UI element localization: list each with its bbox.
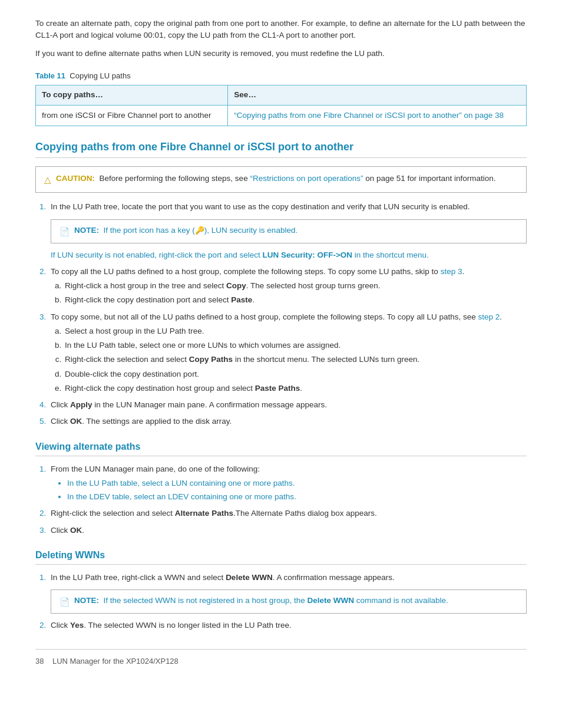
delete-wwn-term: Delete WWN <box>226 573 273 582</box>
section3-step-2-text: Click Yes. The selected WWN is no longer… <box>51 621 292 630</box>
step-3c: Right-click the selection and select Cop… <box>64 354 527 365</box>
caution-text: CAUTION: Before performing the following… <box>56 173 496 185</box>
copy-paths-term: Copy Paths <box>189 355 233 364</box>
caution-box: △ CAUTION: Before performing the followi… <box>35 166 527 193</box>
table-title: Copying LU paths <box>70 71 130 80</box>
step-3: To copy some, but not all of the LU path… <box>48 311 527 395</box>
col2-header: See… <box>228 85 527 105</box>
alternate-paths-term: Alternate Paths <box>175 509 233 518</box>
footer-text: LUN Manager for the XP1024/XP128 <box>52 657 178 666</box>
step-5-text: Click OK. The settings are applied to th… <box>51 417 232 426</box>
ok-term-2: OK <box>70 526 82 535</box>
section2-step-3: Click OK. <box>48 525 527 536</box>
step3-link[interactable]: step 3 <box>441 267 462 276</box>
step-2: To copy all the LU paths defined to a ho… <box>48 266 527 307</box>
step-4-text: Click Apply in the LUN Manager main pane… <box>51 400 327 409</box>
yes-term: Yes <box>70 621 84 630</box>
note-icon-2: 📄 <box>59 596 70 608</box>
apply-term: Apply <box>70 400 92 409</box>
step-3-substeps: Select a host group in the LU Path tree.… <box>64 325 527 394</box>
table-label: Table 11 Copying LU paths <box>35 70 527 82</box>
note-icon-1: 📄 <box>59 226 70 238</box>
footer: 38 LUN Manager for the XP1024/XP128 <box>35 649 527 667</box>
table-number: Table 11 <box>35 71 65 80</box>
paste-term: Paste <box>231 295 252 304</box>
key-icon: 🔑 <box>195 225 204 236</box>
delete-wwn-term-2: Delete WWN <box>307 596 354 605</box>
section2-step-2-text: Right-click the selection and select Alt… <box>51 509 377 518</box>
step-1-text: In the LU Path tree, locate the port tha… <box>51 202 470 211</box>
intro-para1: To create an alternate path, copy the or… <box>35 18 527 42</box>
caution-icon: △ <box>44 173 51 187</box>
step-2a: Right-click a host group in the tree and… <box>64 280 527 292</box>
step-4: Click Apply in the LUN Manager main pane… <box>48 399 527 411</box>
paste-paths-term: Paste Paths <box>255 384 300 393</box>
step-3b: In the LU Path table, select one or more… <box>64 340 527 351</box>
step-2-substeps: Right-click a host group in the tree and… <box>64 280 527 307</box>
section3-step-1-text: In the LU Path tree, right-click a WWN a… <box>51 573 395 582</box>
ok-term-1: OK <box>70 417 82 426</box>
copy-term: Copy <box>226 281 246 290</box>
section2-steps: From the LUN Manager main pane, do one o… <box>48 463 527 536</box>
step-3e: Right-click the copy destination host gr… <box>64 383 527 394</box>
table-link[interactable]: “Copying paths from one Fibre Channel or… <box>234 111 504 120</box>
section1-heading: Copying paths from one Fibre Channel or … <box>35 139 527 158</box>
section1-steps: In the LU Path tree, locate the port tha… <box>48 201 527 427</box>
section2-bullets: In the LU Path table, select a LUN conta… <box>67 477 527 503</box>
step2-link[interactable]: step 2 <box>478 312 500 321</box>
note-label-2: NOTE: <box>74 596 99 605</box>
table-row: from one iSCSI or Fibre Channel port to … <box>36 105 527 126</box>
section2-step-1-text: From the LUN Manager main pane, do one o… <box>51 465 260 473</box>
step-3-text: To copy some, but not all of the LU path… <box>51 312 502 321</box>
step-2b: Right-click the copy destination port an… <box>64 294 527 306</box>
section3-heading: Deleting WWNs <box>35 548 527 565</box>
step-3d: Double-click the copy destination port. <box>64 368 527 380</box>
section3-step-1: In the LU Path tree, right-click a WWN a… <box>48 572 527 614</box>
section2-step-3-text: Click OK. <box>51 526 84 535</box>
step-3a: Select a host group in the LU Path tree. <box>64 325 527 337</box>
row1-col1: from one iSCSI or Fibre Channel port to … <box>36 105 228 126</box>
note-text-1: NOTE: If the port icon has a key (🔑), LU… <box>74 225 297 236</box>
copy-paths-table: To copy paths… See… from one iSCSI or Fi… <box>35 85 527 126</box>
col1-header: To copy paths… <box>36 85 228 105</box>
lun-security-term: LUN Security: OFF->ON <box>262 251 352 259</box>
note-label-1: NOTE: <box>74 226 99 235</box>
note-text-2: NOTE: If the selected WWN is not registe… <box>74 595 448 607</box>
note-box-2: 📄 NOTE: If the selected WWN is not regis… <box>51 589 527 614</box>
step-1-extra: If LUN security is not enabled, right-cl… <box>51 249 527 261</box>
section2-step-1: From the LUN Manager main pane, do one o… <box>48 463 527 503</box>
step-1: In the LU Path tree, locate the port tha… <box>48 201 527 261</box>
intro-para2: If you want to define alternate paths wh… <box>35 48 527 60</box>
step-5: Click OK. The settings are applied to th… <box>48 416 527 427</box>
section2-step-2: Right-click the selection and select Alt… <box>48 508 527 519</box>
bullet-1: In the LU Path table, select a LUN conta… <box>67 477 527 489</box>
row1-col2: “Copying paths from one Fibre Channel or… <box>228 105 527 126</box>
caution-label: CAUTION: <box>56 174 95 183</box>
section3-steps: In the LU Path tree, right-click a WWN a… <box>48 572 527 632</box>
footer-page: 38 <box>35 657 44 666</box>
step-2-text: To copy all the LU paths defined to a ho… <box>51 267 464 276</box>
bullet-2: In the LDEV table, select an LDEV contai… <box>67 491 527 503</box>
section2-heading: Viewing alternate paths <box>35 440 527 456</box>
section3-step-2: Click Yes. The selected WWN is no longer… <box>48 620 527 631</box>
caution-link[interactable]: “Restrictions on port operations” <box>250 174 363 183</box>
note-box-1: 📄 NOTE: If the port icon has a key (🔑), … <box>51 219 527 243</box>
